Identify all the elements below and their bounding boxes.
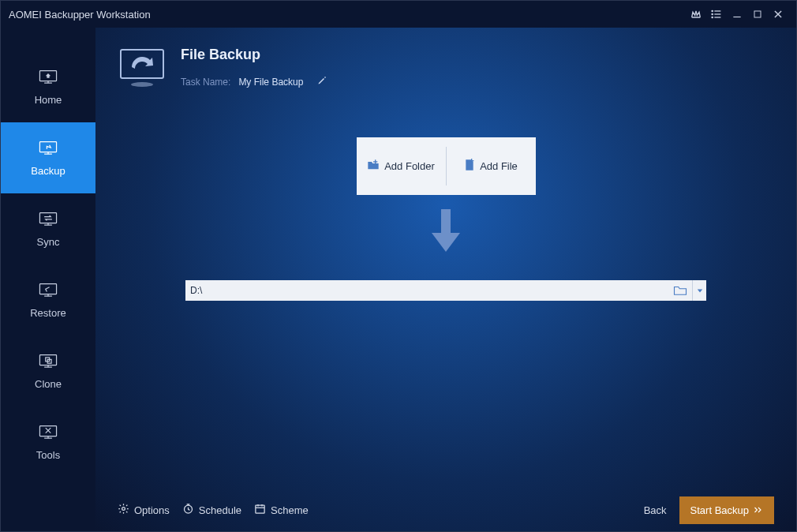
sidebar-item-home[interactable]: Home — [1, 51, 95, 122]
svg-point-5 — [712, 17, 713, 17]
add-file-button[interactable]: Add File — [447, 137, 536, 195]
add-file-label: Add File — [480, 160, 518, 172]
start-backup-label: Start Backup — [690, 504, 749, 516]
svg-rect-34 — [373, 161, 377, 162]
sidebar-item-clone[interactable]: Clone — [1, 335, 95, 406]
options-label: Options — [134, 504, 170, 516]
sidebar-item-label: Tools — [36, 449, 60, 461]
destination-bar[interactable]: D:\ — [185, 280, 706, 301]
svg-rect-19 — [39, 284, 56, 294]
arrow-down-icon — [430, 209, 462, 257]
edit-task-name-button[interactable] — [312, 71, 331, 90]
options-button[interactable]: Options — [118, 503, 170, 517]
browse-destination-button[interactable] — [668, 280, 692, 301]
sidebar-item-label: Clone — [35, 378, 62, 390]
svg-rect-36 — [470, 160, 473, 161]
sidebar-item-label: Home — [35, 94, 62, 106]
sidebar-item-label: Backup — [31, 165, 65, 177]
start-backup-button[interactable]: Start Backup — [679, 496, 774, 524]
sidebar-item-label: Sync — [37, 236, 60, 248]
clone-icon — [38, 352, 58, 372]
sidebar-item-sync[interactable]: Sync — [1, 193, 95, 264]
file-plus-icon — [464, 159, 475, 174]
footer: Options Schedule Scheme Back — [95, 489, 796, 531]
backup-icon — [38, 139, 58, 159]
schedule-button[interactable]: Schedule — [182, 503, 241, 517]
svg-rect-16 — [39, 213, 56, 223]
svg-point-38 — [122, 508, 125, 511]
menu-list-icon[interactable] — [706, 4, 727, 24]
sidebar-item-tools[interactable]: Tools — [1, 406, 95, 478]
svg-rect-7 — [754, 11, 761, 17]
schedule-label: Schedule — [199, 504, 241, 516]
destination-dropdown-button[interactable] — [692, 280, 706, 301]
svg-point-31 — [131, 82, 153, 87]
destination-path[interactable]: D:\ — [185, 285, 668, 296]
svg-rect-40 — [256, 505, 264, 513]
add-folder-button[interactable]: Add Folder — [357, 137, 446, 195]
task-name-label: Task Name: — [181, 77, 230, 88]
page-title: File Backup — [181, 47, 331, 63]
titlebar: AOMEI Backupper Workstation — [1, 1, 796, 28]
add-source-box: Add Folder Add File — [357, 137, 536, 195]
back-button[interactable]: Back — [644, 504, 667, 516]
home-icon — [38, 68, 58, 88]
svg-point-4 — [712, 13, 713, 14]
svg-rect-37 — [441, 209, 451, 233]
clock-icon — [182, 503, 194, 517]
chevron-right-icon — [754, 504, 763, 516]
calendar-icon — [254, 503, 266, 517]
sidebar-item-restore[interactable]: Restore — [1, 264, 95, 335]
gear-icon — [118, 503, 129, 517]
sidebar-item-label: Restore — [30, 307, 66, 319]
folder-plus-icon — [367, 159, 380, 173]
task-name-row: Task Name: My File Backup — [181, 71, 331, 90]
close-button[interactable] — [768, 4, 788, 24]
minimize-button[interactable] — [727, 4, 747, 24]
crown-icon[interactable] — [686, 4, 706, 24]
maximize-button[interactable] — [747, 4, 768, 24]
svg-rect-30 — [121, 50, 163, 78]
file-backup-hero-icon — [118, 47, 167, 89]
task-name-value[interactable]: My File Backup — [238, 77, 303, 88]
sync-icon — [38, 210, 58, 230]
sidebar: Home Backup Sync Restore — [1, 28, 95, 531]
scheme-button[interactable]: Scheme — [254, 503, 309, 517]
restore-icon — [38, 281, 58, 301]
main-panel: File Backup Task Name: My File Backup — [95, 28, 796, 531]
add-folder-label: Add Folder — [384, 160, 435, 172]
scheme-label: Scheme — [271, 504, 309, 516]
back-label: Back — [644, 504, 667, 516]
window-title: AOMEI Backupper Workstation — [9, 9, 686, 21]
sidebar-item-backup[interactable]: Backup — [1, 122, 95, 193]
tools-icon — [38, 423, 58, 443]
svg-point-3 — [712, 10, 713, 11]
